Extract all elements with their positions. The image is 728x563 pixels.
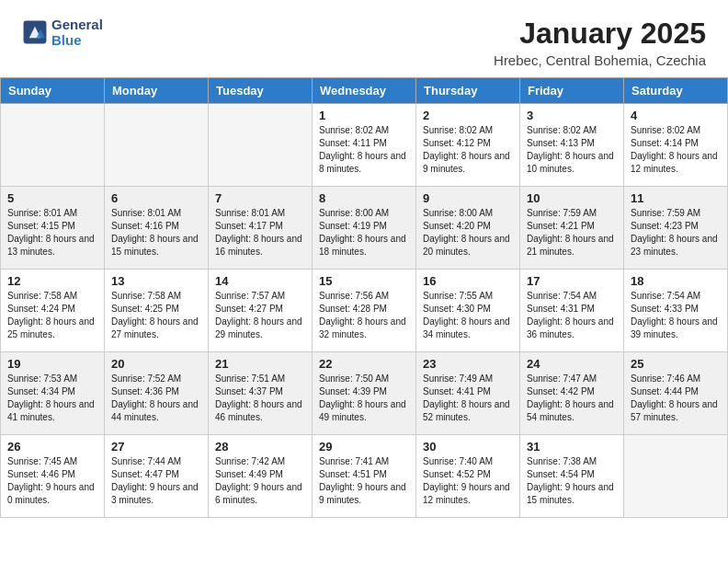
day-number: 18: [631, 274, 721, 288]
calendar-cell: [1, 104, 105, 187]
calendar-cell: 5Sunrise: 8:01 AMSunset: 4:15 PMDaylight…: [1, 187, 105, 270]
calendar-cell: 1Sunrise: 8:02 AMSunset: 4:11 PMDaylight…: [313, 104, 416, 187]
calendar-week-row: 12Sunrise: 7:58 AMSunset: 4:24 PMDayligh…: [1, 270, 728, 352]
calendar-cell: 28Sunrise: 7:42 AMSunset: 4:49 PMDayligh…: [209, 435, 313, 518]
day-number: 1: [319, 109, 409, 122]
cell-info: Sunrise: 8:00 AMSunset: 4:20 PMDaylight:…: [423, 207, 513, 259]
cell-info: Sunrise: 8:00 AMSunset: 4:19 PMDaylight:…: [319, 207, 409, 259]
calendar-cell: 14Sunrise: 7:57 AMSunset: 4:27 PMDayligh…: [209, 270, 313, 352]
calendar-cell: 20Sunrise: 7:52 AMSunset: 4:36 PMDayligh…: [105, 352, 209, 435]
cell-info: Sunrise: 7:46 AMSunset: 4:44 PMDaylight:…: [631, 373, 721, 424]
day-number: 2: [423, 109, 513, 122]
day-number: 28: [215, 440, 305, 454]
calendar-week-row: 19Sunrise: 7:53 AMSunset: 4:34 PMDayligh…: [1, 352, 728, 435]
day-number: 27: [111, 440, 201, 454]
calendar-week-row: 26Sunrise: 7:45 AMSunset: 4:46 PMDayligh…: [1, 435, 728, 518]
day-header-saturday: Saturday: [624, 78, 728, 104]
calendar-cell: 4Sunrise: 8:02 AMSunset: 4:14 PMDaylight…: [624, 104, 728, 187]
day-number: 7: [215, 191, 305, 205]
calendar-cell: 8Sunrise: 8:00 AMSunset: 4:19 PMDaylight…: [313, 187, 416, 270]
cell-info: Sunrise: 7:47 AMSunset: 4:42 PMDaylight:…: [527, 373, 617, 424]
calendar-cell: 10Sunrise: 7:59 AMSunset: 4:21 PMDayligh…: [520, 187, 624, 270]
calendar-week-row: 1Sunrise: 8:02 AMSunset: 4:11 PMDaylight…: [1, 104, 728, 187]
calendar-cell: 17Sunrise: 7:54 AMSunset: 4:31 PMDayligh…: [520, 270, 624, 352]
logo-icon: [22, 19, 48, 45]
calendar-cell: 31Sunrise: 7:38 AMSunset: 4:54 PMDayligh…: [520, 435, 624, 518]
cell-info: Sunrise: 7:58 AMSunset: 4:24 PMDaylight:…: [7, 290, 97, 341]
day-header-sunday: Sunday: [1, 78, 105, 104]
day-number: 23: [423, 357, 513, 371]
cell-info: Sunrise: 7:41 AMSunset: 4:51 PMDaylight:…: [319, 455, 409, 507]
calendar-cell: 23Sunrise: 7:49 AMSunset: 4:41 PMDayligh…: [416, 352, 520, 435]
cell-info: Sunrise: 7:42 AMSunset: 4:49 PMDaylight:…: [215, 455, 305, 507]
calendar-cell: 12Sunrise: 7:58 AMSunset: 4:24 PMDayligh…: [1, 270, 105, 352]
calendar-cell: 25Sunrise: 7:46 AMSunset: 4:44 PMDayligh…: [624, 352, 728, 435]
day-number: 29: [319, 440, 409, 454]
calendar-cell: 6Sunrise: 8:01 AMSunset: 4:16 PMDaylight…: [105, 187, 209, 270]
calendar-cell: 22Sunrise: 7:50 AMSunset: 4:39 PMDayligh…: [313, 352, 416, 435]
cell-info: Sunrise: 7:59 AMSunset: 4:21 PMDaylight:…: [527, 207, 617, 259]
day-number: 9: [423, 191, 513, 205]
cell-info: Sunrise: 7:54 AMSunset: 4:31 PMDaylight:…: [527, 290, 617, 341]
calendar-cell: 21Sunrise: 7:51 AMSunset: 4:37 PMDayligh…: [209, 352, 313, 435]
day-header-wednesday: Wednesday: [313, 78, 416, 104]
cell-info: Sunrise: 7:56 AMSunset: 4:28 PMDaylight:…: [319, 290, 409, 341]
day-number: 25: [631, 357, 721, 371]
cell-info: Sunrise: 8:02 AMSunset: 4:12 PMDaylight:…: [423, 124, 513, 176]
day-number: 11: [631, 191, 721, 205]
cell-info: Sunrise: 8:02 AMSunset: 4:11 PMDaylight:…: [319, 124, 409, 176]
month-title: January 2025: [494, 17, 706, 51]
day-number: 17: [527, 274, 617, 288]
calendar-cell: 15Sunrise: 7:56 AMSunset: 4:28 PMDayligh…: [313, 270, 416, 352]
logo-text: GeneralBlue: [51, 17, 103, 49]
location-title: Hrebec, Central Bohemia, Czechia: [494, 52, 706, 68]
day-number: 3: [527, 109, 617, 122]
calendar-cell: 24Sunrise: 7:47 AMSunset: 4:42 PMDayligh…: [520, 352, 624, 435]
day-header-thursday: Thursday: [416, 78, 520, 104]
calendar-cell: 27Sunrise: 7:44 AMSunset: 4:47 PMDayligh…: [105, 435, 209, 518]
day-number: 8: [319, 191, 409, 205]
day-number: 30: [423, 440, 513, 454]
cell-info: Sunrise: 7:38 AMSunset: 4:54 PMDaylight:…: [527, 455, 617, 507]
calendar-cell: 9Sunrise: 8:00 AMSunset: 4:20 PMDaylight…: [416, 187, 520, 270]
calendar-cell: 29Sunrise: 7:41 AMSunset: 4:51 PMDayligh…: [313, 435, 416, 518]
day-number: 4: [631, 109, 721, 122]
day-number: 15: [319, 274, 409, 288]
day-number: 19: [7, 357, 97, 371]
cell-info: Sunrise: 7:52 AMSunset: 4:36 PMDaylight:…: [111, 373, 201, 424]
day-number: 14: [215, 274, 305, 288]
cell-info: Sunrise: 8:01 AMSunset: 4:16 PMDaylight:…: [111, 207, 201, 259]
cell-info: Sunrise: 7:51 AMSunset: 4:37 PMDaylight:…: [215, 373, 305, 424]
calendar-cell: 11Sunrise: 7:59 AMSunset: 4:23 PMDayligh…: [624, 187, 728, 270]
calendar-cell: 7Sunrise: 8:01 AMSunset: 4:17 PMDaylight…: [209, 187, 313, 270]
day-number: 10: [527, 191, 617, 205]
day-number: 6: [111, 191, 201, 205]
day-header-monday: Monday: [105, 78, 209, 104]
calendar-cell: 2Sunrise: 8:02 AMSunset: 4:12 PMDaylight…: [416, 104, 520, 187]
cell-info: Sunrise: 8:02 AMSunset: 4:13 PMDaylight:…: [527, 124, 617, 176]
day-number: 20: [111, 357, 201, 371]
day-number: 21: [215, 357, 305, 371]
cell-info: Sunrise: 7:40 AMSunset: 4:52 PMDaylight:…: [423, 455, 513, 507]
day-number: 31: [527, 440, 617, 454]
page-header: GeneralBlue January 2025 Hrebec, Central…: [0, 0, 728, 77]
calendar-cell: 16Sunrise: 7:55 AMSunset: 4:30 PMDayligh…: [416, 270, 520, 352]
calendar-cell: 30Sunrise: 7:40 AMSunset: 4:52 PMDayligh…: [416, 435, 520, 518]
cell-info: Sunrise: 8:01 AMSunset: 4:17 PMDaylight:…: [215, 207, 305, 259]
cell-info: Sunrise: 7:58 AMSunset: 4:25 PMDaylight:…: [111, 290, 201, 341]
day-number: 26: [7, 440, 97, 454]
day-header-friday: Friday: [520, 78, 624, 104]
calendar-cell: 26Sunrise: 7:45 AMSunset: 4:46 PMDayligh…: [1, 435, 105, 518]
cell-info: Sunrise: 7:57 AMSunset: 4:27 PMDaylight:…: [215, 290, 305, 341]
cell-info: Sunrise: 7:59 AMSunset: 4:23 PMDaylight:…: [631, 207, 721, 259]
day-number: 12: [7, 274, 97, 288]
cell-info: Sunrise: 7:45 AMSunset: 4:46 PMDaylight:…: [7, 455, 97, 507]
calendar-cell: [105, 104, 209, 187]
calendar-table: SundayMondayTuesdayWednesdayThursdayFrid…: [0, 77, 728, 518]
calendar-cell: [624, 435, 728, 518]
calendar-cell: 13Sunrise: 7:58 AMSunset: 4:25 PMDayligh…: [105, 270, 209, 352]
day-number: 13: [111, 274, 201, 288]
cell-info: Sunrise: 8:01 AMSunset: 4:15 PMDaylight:…: [7, 207, 97, 259]
calendar-cell: 19Sunrise: 7:53 AMSunset: 4:34 PMDayligh…: [1, 352, 105, 435]
cell-info: Sunrise: 7:54 AMSunset: 4:33 PMDaylight:…: [631, 290, 721, 341]
